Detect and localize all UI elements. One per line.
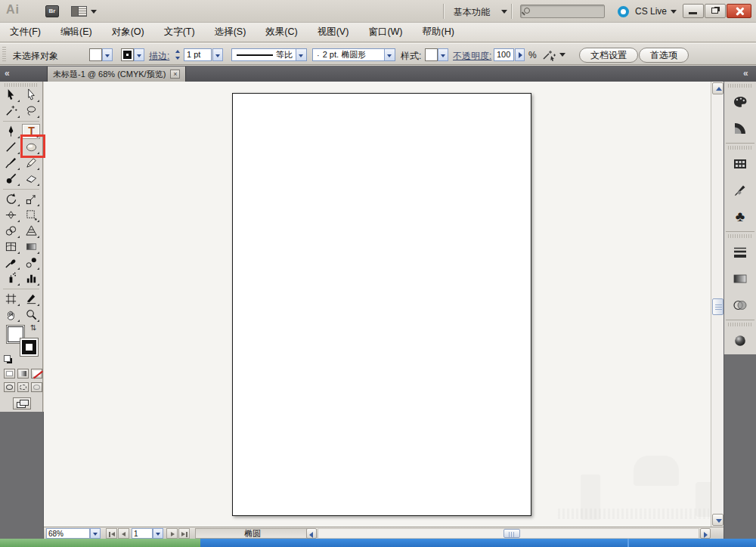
tool-blend[interactable] — [22, 255, 40, 270]
cs-live-caret-icon[interactable] — [671, 10, 677, 14]
menu-edit[interactable]: 编辑(E) — [51, 26, 102, 39]
tool-rotate[interactable] — [2, 192, 20, 207]
toolbox-collapse-icon[interactable]: « — [5, 68, 9, 79]
opacity-panel-link[interactable]: 不透明度: — [453, 50, 491, 63]
preferences-button[interactable]: 首选项 — [639, 48, 689, 63]
artboard-caret-icon[interactable] — [153, 528, 163, 539]
brush-definition-dropdown[interactable]: · 2 pt. 椭圆形 — [312, 48, 395, 61]
scroll-left-icon[interactable] — [306, 528, 317, 539]
tool-line-segment[interactable] — [2, 140, 20, 155]
style-caret-icon[interactable] — [438, 48, 448, 61]
tool-eyedropper[interactable] — [2, 255, 20, 270]
panel-brushes[interactable] — [724, 177, 756, 203]
tool-direct-selection[interactable] — [22, 88, 40, 103]
tool-eraser[interactable] — [22, 172, 40, 187]
panel-gradient[interactable] — [724, 265, 756, 292]
panel-symbols[interactable]: ♣ — [724, 203, 756, 230]
menu-file[interactable]: 文件(F) — [0, 26, 51, 39]
close-button[interactable] — [727, 4, 751, 18]
tool-symbol-sprayer[interactable] — [2, 271, 20, 286]
tool-pen[interactable] — [2, 124, 20, 139]
fill-caret-icon[interactable] — [102, 48, 113, 61]
tool-hand[interactable] — [2, 307, 20, 323]
previous-artboard-button[interactable] — [118, 528, 129, 539]
select-similar-icon[interactable] — [541, 49, 556, 61]
menu-effect[interactable]: 效果(C) — [256, 26, 307, 39]
workspace-caret-icon[interactable] — [501, 10, 507, 14]
swap-fill-stroke-icon[interactable]: ⇄ — [29, 324, 38, 330]
tool-zoom[interactable] — [22, 307, 40, 323]
screen-mode-button[interactable] — [13, 397, 31, 409]
vertical-scroll-thumb[interactable] — [712, 298, 723, 315]
width-profile-dropdown[interactable]: 等比 — [231, 48, 307, 61]
tool-shape-builder[interactable] — [2, 224, 20, 239]
tool-magic-wand[interactable] — [2, 104, 20, 119]
draw-behind-button[interactable] — [17, 382, 29, 392]
bridge-button[interactable]: Br — [45, 5, 59, 17]
tool-scale[interactable] — [22, 192, 40, 207]
cs-live-menu[interactable]: CS Live — [635, 6, 667, 17]
fill-color-dropdown[interactable] — [89, 48, 113, 62]
tool-paintbrush[interactable] — [2, 156, 20, 171]
dock-collapse-icon[interactable]: « — [743, 68, 748, 79]
tool-selection[interactable] — [2, 88, 20, 103]
panel-swatches[interactable] — [724, 150, 756, 177]
stroke-proxy-swatch[interactable] — [20, 338, 39, 357]
menu-help[interactable]: 帮助(H) — [413, 26, 464, 39]
scroll-up-icon[interactable] — [712, 82, 723, 94]
select-similar-caret-icon[interactable] — [559, 53, 565, 57]
document-tab[interactable]: 未标题-1 @ 68% (CMYK/预览) × — [47, 66, 186, 82]
panel-transparency[interactable] — [724, 292, 756, 318]
panel-stroke[interactable] — [724, 239, 756, 265]
opacity-field[interactable]: 100 — [494, 48, 514, 61]
zoom-level-field[interactable]: 68% — [46, 528, 90, 539]
stroke-weight-caret-icon[interactable] — [212, 48, 223, 61]
gradient-button[interactable] — [17, 369, 29, 379]
control-bar-gripper[interactable] — [2, 47, 6, 62]
document-setup-button[interactable]: 文档设置 — [579, 48, 638, 63]
menu-view[interactable]: 视图(V) — [308, 26, 359, 39]
stroke-color-dropdown[interactable] — [121, 48, 144, 62]
stroke-caret-icon[interactable] — [134, 48, 144, 61]
tool-mesh[interactable] — [2, 240, 20, 255]
horizontal-scrollbar[interactable] — [318, 528, 699, 539]
document-close-icon[interactable]: × — [170, 70, 180, 79]
panel-group-gripper[interactable] — [728, 323, 752, 326]
arrange-documents-caret-icon[interactable] — [91, 10, 97, 14]
horizontal-scroll-thumb[interactable] — [503, 529, 520, 538]
tool-perspective-grid[interactable] — [22, 224, 40, 239]
panel-group-gripper[interactable] — [728, 84, 752, 88]
tool-lasso[interactable] — [22, 104, 40, 119]
tool-gradient[interactable] — [22, 240, 40, 255]
tool-width[interactable] — [2, 208, 20, 223]
menu-object[interactable]: 对象(O) — [102, 26, 154, 39]
panel-color[interactable] — [724, 88, 756, 115]
stroke-panel-link[interactable]: 描边: — [149, 50, 169, 63]
workspace-switcher[interactable]: 基本功能 — [454, 6, 490, 19]
first-artboard-button[interactable] — [106, 528, 117, 539]
color-button[interactable] — [4, 369, 15, 379]
none-button[interactable] — [31, 369, 42, 379]
restore-button[interactable] — [705, 4, 726, 18]
taskbar-item[interactable] — [0, 539, 200, 547]
zoom-caret-icon[interactable] — [90, 528, 101, 539]
tool-artboard[interactable] — [2, 292, 20, 307]
tool-slice[interactable] — [22, 292, 40, 307]
next-artboard-button[interactable] — [166, 528, 178, 539]
last-artboard-button[interactable] — [178, 528, 190, 539]
stroke-weight-stepper[interactable] — [174, 48, 182, 61]
default-fill-stroke-icon[interactable] — [4, 355, 11, 362]
panel-group-gripper[interactable] — [728, 234, 752, 238]
panel-color-guide[interactable] — [724, 115, 756, 141]
search-input[interactable] — [533, 6, 603, 17]
menu-window[interactable]: 窗口(W) — [358, 26, 412, 39]
draw-inside-button[interactable] — [31, 382, 42, 392]
panel-group-gripper[interactable] — [728, 146, 752, 150]
scroll-down-icon[interactable] — [712, 514, 723, 526]
tool-free-transform[interactable] — [22, 208, 40, 223]
stroke-weight-field[interactable]: 1 pt — [184, 48, 212, 61]
menu-type[interactable]: 文字(T) — [154, 26, 205, 39]
artboard-number-field[interactable]: 1 — [132, 528, 153, 539]
tool-blob-brush[interactable] — [2, 172, 20, 187]
vertical-scrollbar[interactable] — [711, 82, 723, 527]
